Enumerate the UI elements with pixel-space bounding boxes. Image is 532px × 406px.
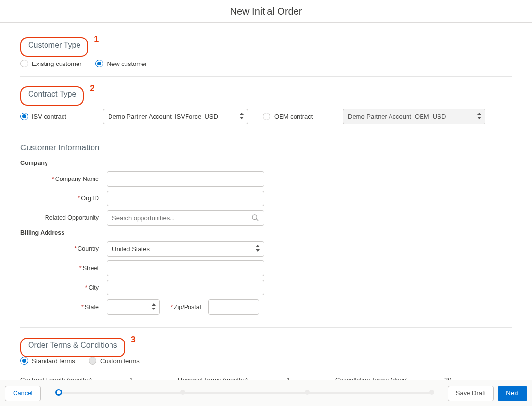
customer-type-heading: Customer Type — [28, 41, 80, 49]
related-opportunity-label: Related Opportunity — [20, 214, 107, 221]
street-input[interactable] — [107, 260, 264, 276]
chevron-updown-icon — [239, 113, 244, 119]
contract-type-isv-label: ISV contract — [32, 113, 66, 120]
progress-step-1 — [55, 389, 62, 396]
cancellation-terms-label: Cancellation Terms (days) — [335, 376, 444, 380]
zip-label: *Zip/Postal — [160, 304, 208, 310]
radio-icon — [95, 60, 103, 67]
org-id-input[interactable] — [107, 191, 264, 206]
related-opportunity-input[interactable] — [107, 210, 264, 226]
company-name-input[interactable] — [107, 171, 264, 187]
customer-type-new-label: New customer — [107, 60, 147, 67]
radio-icon — [263, 113, 270, 120]
oem-account-value: Demo Partner Account_OEM_USD — [348, 113, 446, 120]
customer-type-heading-ring: Customer Type 1 — [20, 37, 88, 57]
city-label: *City — [20, 284, 107, 291]
customer-type-existing-radio[interactable]: Existing customer — [20, 60, 82, 67]
renewal-terms-label: Renewal Terms (months) — [178, 376, 287, 380]
progress-step-2 — [180, 390, 185, 395]
customer-information-heading: Customer Information — [20, 143, 512, 153]
progress-step-4 — [429, 390, 434, 395]
org-id-label: *Org ID — [20, 195, 107, 202]
progress-indicator — [41, 392, 447, 394]
progress-step-3 — [305, 390, 310, 395]
chevron-updown-icon — [476, 113, 481, 119]
search-icon — [251, 214, 259, 223]
customer-information-section: Customer Information Company *Company Na… — [20, 143, 512, 328]
page-header: New Initial Order — [0, 0, 532, 23]
billing-address-group-label: Billing Address — [20, 229, 512, 236]
company-group-label: Company — [20, 160, 512, 166]
form-body: Customer Type 1 Existing customer New cu… — [0, 23, 532, 380]
country-value: United States — [112, 245, 150, 253]
footer-bar: Cancel Save Draft Next — [0, 380, 532, 406]
contract-type-heading-ring: Contract Type 2 — [20, 86, 84, 106]
callout-number-three: 3 — [131, 335, 136, 345]
city-input[interactable] — [107, 280, 264, 295]
oem-account-select: Demo Partner Account_OEM_USD — [343, 109, 485, 124]
zip-input[interactable] — [208, 299, 259, 315]
custom-terms-label: Custom terms — [100, 357, 140, 365]
callout-number-two: 2 — [90, 83, 94, 94]
cancel-button[interactable]: Cancel — [5, 386, 41, 401]
standard-terms-label: Standard terms — [32, 357, 75, 365]
order-terms-heading: Order Terms & Conditions — [28, 341, 117, 350]
contract-type-oem-radio[interactable]: OEM contract — [263, 113, 343, 120]
customer-type-section: Customer Type 1 Existing customer New cu… — [20, 37, 512, 77]
order-terms-section: Order Terms & Conditions 3 Standard term… — [20, 338, 512, 380]
state-select[interactable] — [107, 299, 160, 315]
country-label: *Country — [20, 245, 107, 252]
page-title: New Initial Order — [230, 6, 302, 17]
next-button[interactable]: Next — [498, 386, 527, 401]
radio-icon — [89, 357, 96, 365]
radio-icon — [20, 357, 28, 365]
order-terms-heading-ring: Order Terms & Conditions 3 — [20, 338, 125, 357]
street-label: *Street — [20, 265, 107, 272]
radio-icon — [20, 60, 28, 67]
isv-account-value: Demo Partner Account_ISVForce_USD — [108, 113, 218, 120]
custom-terms-radio[interactable]: Custom terms — [89, 357, 140, 365]
customer-type-existing-label: Existing customer — [32, 60, 82, 67]
radio-icon — [20, 113, 28, 120]
renewal-terms-value: 1 — [287, 376, 335, 380]
contract-type-oem-label: OEM contract — [274, 113, 313, 120]
chevron-updown-icon — [151, 303, 156, 310]
company-name-label: *Company Name — [20, 176, 107, 182]
svg-line-1 — [256, 219, 258, 221]
state-label: *State — [20, 304, 107, 310]
svg-point-0 — [252, 215, 257, 219]
contract-length-value: 1 — [129, 376, 178, 380]
isv-account-select[interactable]: Demo Partner Account_ISVForce_USD — [103, 109, 248, 124]
chevron-updown-icon — [255, 245, 260, 252]
customer-type-new-radio[interactable]: New customer — [95, 60, 147, 67]
contract-length-label: Contract Length (months) — [20, 376, 129, 380]
save-draft-button[interactable]: Save Draft — [448, 386, 494, 401]
cancellation-terms-value: 30 — [444, 376, 498, 380]
standard-terms-radio[interactable]: Standard terms — [20, 357, 75, 365]
contract-type-isv-radio[interactable]: ISV contract — [20, 113, 103, 120]
callout-number-one: 1 — [94, 34, 99, 45]
contract-type-heading: Contract Type — [28, 90, 76, 98]
contract-type-section: Contract Type 2 ISV contract Demo Partne… — [20, 86, 512, 133]
country-select[interactable]: United States — [107, 241, 264, 257]
